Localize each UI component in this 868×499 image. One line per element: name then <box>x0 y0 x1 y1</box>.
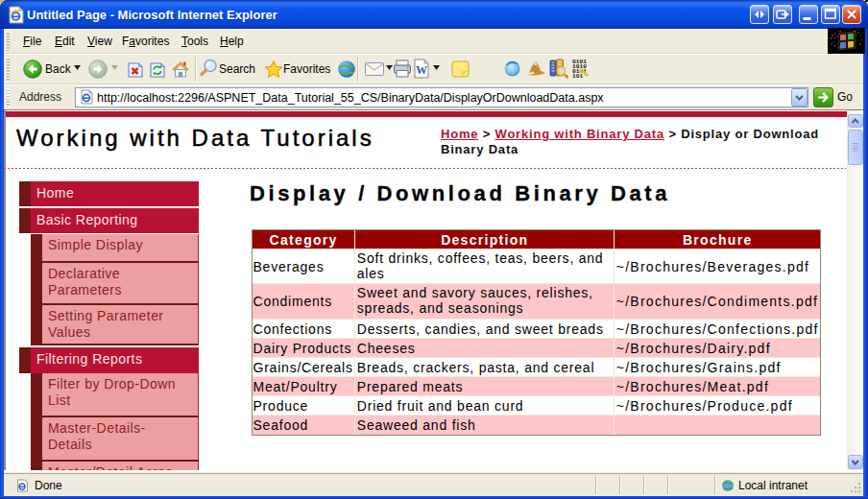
svg-text:101: 101 <box>572 73 583 79</box>
svg-text:W: W <box>416 63 427 77</box>
